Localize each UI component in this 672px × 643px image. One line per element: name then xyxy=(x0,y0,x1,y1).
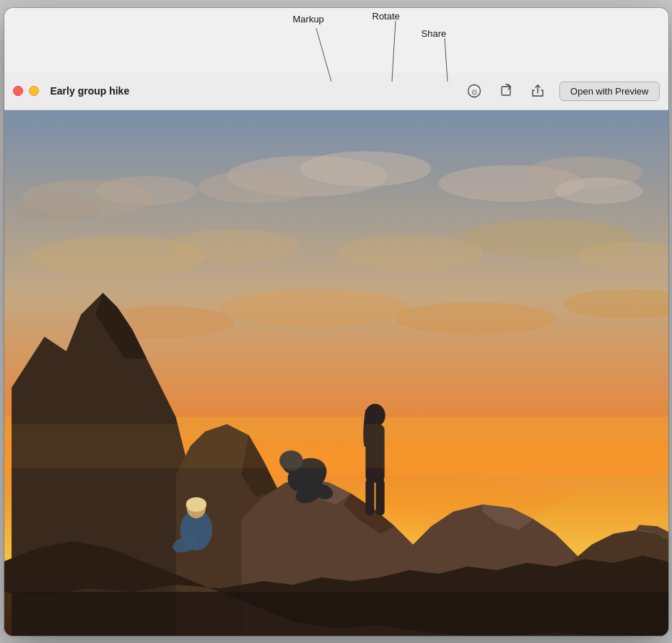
share-tooltip: Share xyxy=(422,28,447,39)
markup-button[interactable]: ⊙ xyxy=(464,81,484,101)
svg-point-25 xyxy=(219,289,409,325)
rotate-icon xyxy=(499,84,513,98)
svg-rect-55 xyxy=(4,424,668,468)
minimize-button[interactable] xyxy=(29,86,39,96)
sunset-scene xyxy=(4,110,668,636)
window-controls: ✕ xyxy=(13,86,39,96)
svg-point-21 xyxy=(336,235,482,270)
rotate-button[interactable] xyxy=(496,81,516,101)
open-with-preview-button[interactable]: Open with Preview xyxy=(559,82,659,101)
image-container xyxy=(4,110,668,636)
svg-point-26 xyxy=(394,302,554,333)
svg-point-18 xyxy=(555,178,642,204)
rotate-tooltip: Rotate xyxy=(372,11,400,22)
close-button[interactable]: ✕ xyxy=(13,86,23,96)
svg-rect-40 xyxy=(4,592,668,636)
share-icon xyxy=(531,84,545,98)
svg-rect-5 xyxy=(502,87,510,95)
share-button[interactable] xyxy=(528,81,548,101)
svg-text:⊙: ⊙ xyxy=(471,88,477,96)
svg-point-14 xyxy=(197,170,314,202)
file-title: Early group hike xyxy=(51,85,459,97)
markup-icon: ⊙ xyxy=(467,84,481,98)
svg-point-20 xyxy=(168,229,300,261)
close-icon: ✕ xyxy=(15,87,21,95)
quick-look-window: Markup Rotate Share ✕ Early gro xyxy=(4,8,668,636)
markup-tooltip: Markup xyxy=(293,14,324,25)
toolbar: ✕ Early group hike ⊙ xyxy=(4,73,668,110)
svg-point-43 xyxy=(186,497,206,511)
svg-point-15 xyxy=(300,151,431,186)
svg-point-12 xyxy=(15,196,102,222)
svg-rect-54 xyxy=(375,478,384,515)
svg-point-11 xyxy=(95,176,198,205)
toolbar-actions: ⊙ Open with Preview xyxy=(464,81,659,101)
svg-rect-53 xyxy=(365,478,374,515)
